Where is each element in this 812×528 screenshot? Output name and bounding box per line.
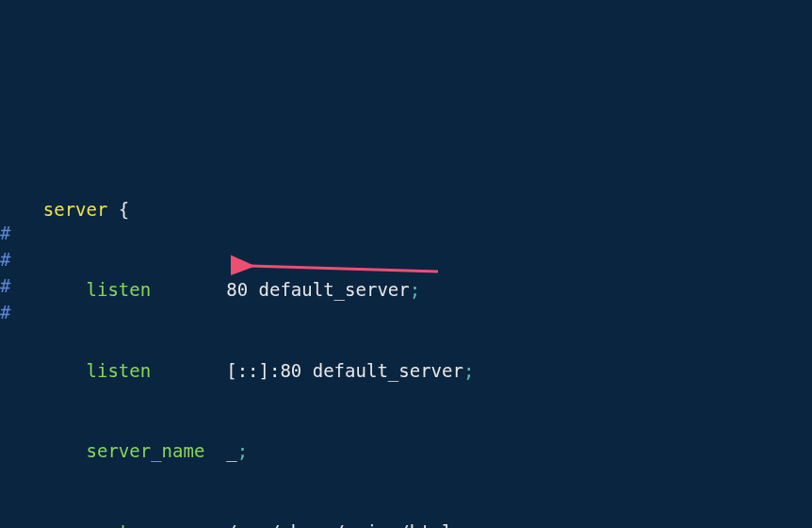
gutter-hash-1: # bbox=[0, 220, 10, 247]
code-line-5: root /usr/share/nginx/html; bbox=[0, 519, 812, 529]
code-line-4: server_name _; bbox=[0, 437, 812, 465]
directive-root: root bbox=[87, 521, 130, 529]
value: /usr/share/nginx/html bbox=[226, 521, 452, 529]
directive-server-name: server_name bbox=[87, 440, 205, 461]
spacer bbox=[204, 440, 226, 461]
gutter-hash-2: # bbox=[0, 246, 10, 273]
semicolon: ; bbox=[463, 360, 474, 381]
code-line-1: server { bbox=[0, 196, 812, 223]
gutter-hash-4: # bbox=[0, 299, 10, 326]
gutter-hash-3: # bbox=[0, 272, 10, 300]
spacer bbox=[151, 360, 226, 381]
directive-listen: listen bbox=[87, 279, 152, 300]
keyword-server: server bbox=[43, 199, 108, 220]
spacer bbox=[129, 521, 226, 529]
value: _ bbox=[226, 440, 236, 461]
code-line-3: listen [::]:80 default_server; bbox=[0, 357, 812, 385]
semicolon: ; bbox=[452, 521, 463, 529]
arrow-icon bbox=[231, 255, 447, 302]
spacer bbox=[151, 279, 226, 300]
value: [::]:80 default_server bbox=[226, 360, 463, 381]
directive-listen: listen bbox=[87, 360, 152, 381]
svg-line-1 bbox=[250, 266, 438, 272]
brace-open: { bbox=[107, 199, 129, 220]
semicolon: ; bbox=[237, 440, 248, 461]
